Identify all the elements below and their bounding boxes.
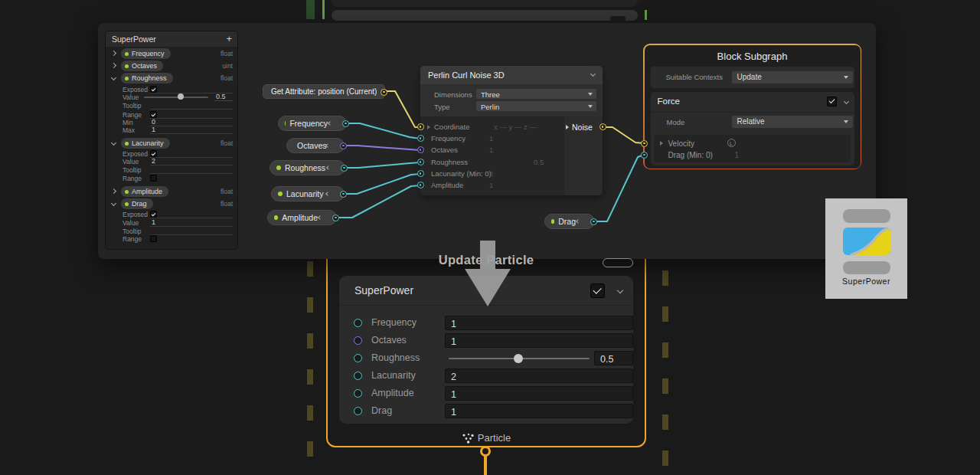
- amplitude-field[interactable]: 1: [445, 386, 633, 401]
- output-port[interactable]: [340, 142, 347, 149]
- parameter-node-amplitude[interactable]: Amplitude: [267, 210, 337, 225]
- dimensions-dropdown[interactable]: Three: [476, 89, 596, 99]
- wire-lacunarity[interactable]: [343, 174, 420, 194]
- octaves-field[interactable]: 1: [445, 333, 633, 348]
- output-port[interactable]: [599, 123, 606, 130]
- input-port[interactable]: [354, 319, 362, 327]
- context-space-button[interactable]: [603, 258, 633, 267]
- roughness-slider[interactable]: [445, 351, 593, 365]
- block-enabled-checkbox[interactable]: [590, 283, 605, 298]
- input-port[interactable]: [417, 159, 424, 165]
- input-port[interactable]: [354, 407, 362, 415]
- drag-field[interactable]: 1: [445, 404, 633, 418]
- range-checkbox[interactable]: [150, 235, 157, 242]
- output-port[interactable]: [341, 165, 348, 172]
- frequency-field[interactable]: 1: [445, 316, 633, 330]
- input-port[interactable]: [417, 135, 424, 142]
- collapse-icon[interactable]: [325, 192, 330, 196]
- wire-amplitude[interactable]: [336, 185, 420, 218]
- suitable-contexts-dropdown[interactable]: Update: [732, 71, 853, 84]
- chevron-down-icon[interactable]: [617, 287, 623, 293]
- property-pill[interactable]: Octaves: [121, 61, 163, 71]
- collapse-icon[interactable]: [326, 165, 331, 170]
- collapse-caret-icon[interactable]: [111, 140, 116, 146]
- add-property-button[interactable]: +: [226, 33, 232, 44]
- velocity-input-port[interactable]: [641, 140, 648, 147]
- exposed-checkbox[interactable]: [150, 86, 157, 93]
- property-pill[interactable]: Frequency: [121, 48, 171, 59]
- force-block[interactable]: Force Mode Relative Velocity L Drag (Min: [651, 92, 854, 165]
- block-row-roughness: Roughness 0.5: [339, 349, 633, 367]
- parameter-node-roughness[interactable]: Roughness: [270, 160, 345, 175]
- chevron-down-icon[interactable]: [843, 98, 848, 103]
- property-pill[interactable]: Amplitude: [121, 186, 168, 197]
- property-pill[interactable]: Drag: [121, 198, 153, 209]
- input-port[interactable]: [354, 336, 362, 345]
- property-roughness[interactable]: Roughness float: [106, 72, 239, 84]
- property-pill[interactable]: Lacunarity: [121, 138, 170, 149]
- output-port[interactable]: [340, 191, 347, 198]
- drag-input-port[interactable]: [641, 152, 648, 159]
- expander-icon[interactable]: [660, 141, 663, 146]
- property-octaves[interactable]: Octaves uint: [106, 60, 239, 72]
- expander-icon[interactable]: [427, 125, 430, 129]
- wire-octaves[interactable]: [342, 146, 420, 150]
- input-port[interactable]: [354, 372, 362, 380]
- output-port[interactable]: [332, 215, 339, 221]
- parameter-node-frequency[interactable]: Frequency: [278, 116, 347, 131]
- slider-thumb[interactable]: [178, 93, 184, 100]
- property-pill[interactable]: Roughness: [121, 73, 173, 84]
- slider-thumb[interactable]: [514, 354, 523, 363]
- property-amplitude[interactable]: Amplitude float: [106, 185, 239, 198]
- roughness-tooltip-row: Tooltip: [106, 101, 239, 110]
- input-port[interactable]: [417, 146, 424, 153]
- mode-dropdown[interactable]: Relative: [732, 116, 853, 128]
- exposed-checkbox[interactable]: [150, 150, 157, 157]
- input-port[interactable]: [354, 354, 362, 362]
- input-drag: Drag (Min: 0) 1: [654, 149, 851, 161]
- chevron-down-icon[interactable]: [590, 71, 596, 77]
- parameter-node-octaves[interactable]: Octaves: [286, 138, 345, 153]
- exposed-checkbox[interactable]: [150, 211, 157, 218]
- output-port[interactable]: [381, 89, 387, 96]
- context-output-port[interactable]: [480, 446, 491, 457]
- parameter-node-lacunarity[interactable]: Lacunarity: [271, 186, 345, 201]
- input-port[interactable]: [354, 389, 362, 398]
- max-field[interactable]: 1: [150, 126, 233, 135]
- local-space-badge[interactable]: L: [727, 139, 736, 147]
- tooltip-field[interactable]: [150, 101, 233, 110]
- wire-frequency[interactable]: [345, 123, 420, 139]
- node-header[interactable]: Perlin Curl Noise 3D: [420, 66, 603, 84]
- roughness-field[interactable]: 0.5: [594, 351, 633, 365]
- type-dropdown[interactable]: Perlin: [476, 101, 596, 111]
- output-port[interactable]: [342, 120, 349, 127]
- parameter-node-drag[interactable]: Drag: [544, 214, 595, 229]
- lacunarity-field[interactable]: 2: [445, 369, 633, 383]
- wire-roughness[interactable]: [345, 162, 420, 168]
- value-field[interactable]: 0.5: [214, 93, 233, 101]
- wire-position-to-coordinate[interactable]: [383, 91, 420, 127]
- expand-caret-icon[interactable]: [111, 63, 116, 68]
- collapse-caret-icon[interactable]: [111, 75, 116, 80]
- perlin-curl-noise-node[interactable]: Perlin Curl Noise 3D Dimensions Three Ty…: [420, 66, 603, 195]
- collapse-icon[interactable]: [328, 121, 332, 126]
- collapse-icon[interactable]: [318, 215, 322, 220]
- range-checkbox[interactable]: [150, 175, 157, 182]
- property-frequency[interactable]: Frequency float: [106, 48, 239, 60]
- expand-caret-icon[interactable]: [111, 51, 116, 56]
- input-port[interactable]: [417, 170, 424, 177]
- property-lacunarity[interactable]: Lacunarity float: [106, 137, 239, 149]
- range-checkbox[interactable]: [150, 111, 157, 118]
- block-enabled-checkbox[interactable]: [827, 97, 837, 106]
- dashed-flow-line-left: [307, 261, 313, 475]
- get-attribute-node[interactable]: Get Attribute: position (Current): [263, 84, 385, 99]
- collapse-icon[interactable]: [576, 219, 580, 224]
- input-port[interactable]: [417, 182, 424, 188]
- collapse-caret-icon[interactable]: [111, 201, 116, 206]
- property-drag[interactable]: Drag float: [106, 198, 239, 210]
- output-port[interactable]: [590, 218, 597, 225]
- expand-caret-icon[interactable]: [111, 188, 116, 194]
- superpower-asset-thumbnail[interactable]: SuperPower: [825, 198, 907, 299]
- input-port[interactable]: [417, 123, 424, 130]
- wire-noise-to-velocity[interactable]: [601, 127, 644, 143]
